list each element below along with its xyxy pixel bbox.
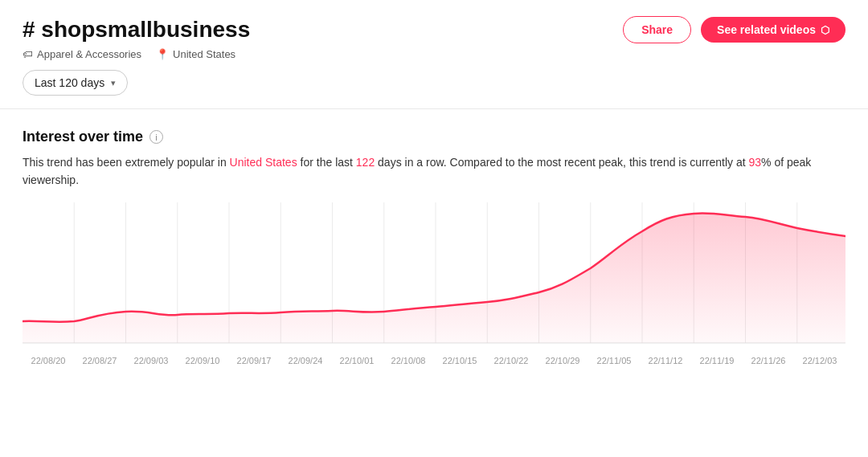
x-label: 22/11/05 [588,356,640,365]
category-meta: 🏷 Apparel & Accessories [23,48,141,60]
location-icon: 📍 [156,48,169,60]
controls-row: Last 120 days ▾ [23,70,845,96]
x-label: 22/09/17 [228,356,280,365]
chevron-down-icon: ▾ [111,78,116,88]
description-text: This trend has been extremely popular in… [23,153,845,190]
meta-row: 🏷 Apparel & Accessories 📍 United States [23,48,845,60]
location-label: United States [173,48,235,60]
section-title: Interest over time [23,129,143,145]
x-label: 22/08/20 [23,356,74,365]
section-title-row: Interest over time i [23,129,845,145]
trend-chart [23,202,845,351]
page-title: # shopsmallbusiness [23,17,250,43]
external-link-icon: ⬡ [821,24,829,36]
x-axis-labels: 22/08/20 22/08/27 22/09/03 22/09/10 22/0… [23,351,845,365]
days-dropdown[interactable]: Last 120 days ▾ [23,70,128,96]
x-label: 22/10/15 [434,356,485,365]
x-label: 22/09/24 [280,356,331,365]
location-meta: 📍 United States [156,48,235,60]
info-icon[interactable]: i [149,130,163,144]
highlight-days: 122 [356,156,375,169]
x-label: 22/10/08 [383,356,434,365]
x-label: 22/09/03 [125,356,177,365]
header-actions: Share See related videos ⬡ [623,16,845,43]
x-label: 22/10/22 [485,356,537,365]
x-label: 22/08/27 [74,356,125,365]
x-label: 22/12/03 [794,356,845,365]
x-label: 22/11/26 [743,356,794,365]
category-label: Apparel & Accessories [37,48,141,60]
x-label: 22/10/29 [537,356,588,365]
page-header: # shopsmallbusiness Share See related vi… [0,0,868,109]
x-label: 22/09/10 [177,356,228,365]
title-row: # shopsmallbusiness Share See related vi… [23,16,845,43]
highlight-country: United States [230,156,297,169]
related-videos-button[interactable]: See related videos ⬡ [701,17,845,43]
x-label: 22/11/19 [691,356,743,365]
tag-icon: 🏷 [23,48,33,60]
main-content: Interest over time i This trend has been… [0,109,868,395]
x-label: 22/11/12 [640,356,691,365]
chart-area [23,202,845,351]
x-label: 22/10/01 [331,356,383,365]
share-button[interactable]: Share [623,16,691,43]
highlight-percent: 93 [749,156,762,169]
chart-container: 22/08/20 22/08/27 22/09/03 22/09/10 22/0… [23,202,845,379]
